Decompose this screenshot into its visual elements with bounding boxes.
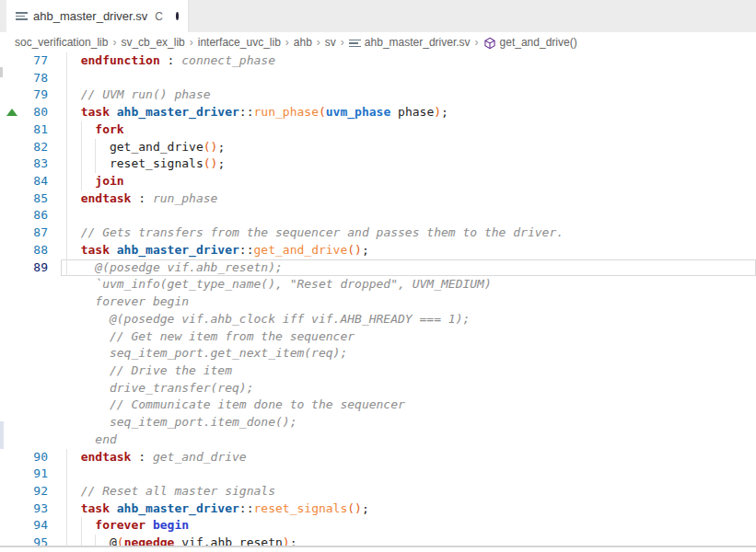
indent-guide [66, 224, 67, 242]
line-number: 87 [33, 225, 48, 239]
line-number-gutter: 78 [0, 70, 61, 87]
run-arrow-icon[interactable] [6, 109, 17, 116]
code-line[interactable]: 83 reset_signals(); [0, 155, 756, 173]
code-line[interactable]: drive_transfer(req); [0, 380, 756, 397]
breadcrumb-item[interactable]: interface_uvc_lib [198, 36, 281, 49]
code-text[interactable]: // Reset all master signals [61, 483, 756, 500]
line-number: 81 [33, 122, 48, 136]
code-line[interactable]: // Communicate item done to the sequence… [0, 397, 756, 414]
tab-ahb-master-driver[interactable]: ahb_master_driver.sv C [6, 0, 189, 32]
breadcrumb-item[interactable]: sv_cb_ex_lib [121, 36, 184, 49]
code-line[interactable]: 92 // Reset all master signals [0, 483, 756, 500]
line-number-gutter: 93 [0, 500, 61, 518]
tab-title: ahb_master_driver.sv [33, 9, 147, 23]
breadcrumb-item[interactable]: soc_verification_lib [15, 36, 108, 49]
code-text[interactable] [61, 466, 756, 483]
code-text[interactable]: seq_item_port.get_next_item(req); [61, 345, 756, 362]
gutter-decoration [0, 421, 4, 449]
line-number-gutter [0, 311, 61, 328]
code-line[interactable]: // Get new item from the sequencer [0, 328, 756, 346]
code-text[interactable]: seq_item_port.item_done(); [61, 414, 756, 431]
code-text[interactable]: task ahb_master_driver::get_and_drive(); [61, 242, 756, 259]
code-text[interactable] [61, 207, 756, 224]
line-number-gutter: 91 [0, 466, 61, 483]
indent-guide [66, 139, 67, 156]
code-text[interactable]: endtask : get_and_drive [61, 449, 756, 466]
indent-guide [66, 500, 67, 518]
line-number-gutter: 79 [0, 86, 61, 104]
code-text[interactable]: forever begin [61, 517, 756, 535]
code-text[interactable]: get_and_drive(); [61, 139, 756, 156]
code-text[interactable]: task ahb_master_driver::reset_signals(); [61, 500, 756, 518]
code-line[interactable]: 87 // Gets transfers from the sequencer … [0, 224, 756, 242]
code-line[interactable]: 78 [0, 70, 756, 87]
code-line[interactable]: 77 endfunction : connect_phase [0, 52, 756, 70]
line-number-gutter: 90 [0, 449, 61, 466]
code-line[interactable]: 88 task ahb_master_driver::get_and_drive… [0, 242, 756, 259]
file-type-icon [349, 40, 361, 48]
code-line[interactable]: 81 fork [0, 121, 756, 139]
line-number-gutter [0, 328, 61, 346]
line-number: 94 [33, 518, 48, 532]
line-number-gutter [0, 414, 61, 431]
code-line[interactable]: forever begin [0, 293, 756, 311]
code-line[interactable]: 90 endtask : get_and_drive [0, 449, 756, 466]
indent-guide [66, 190, 67, 208]
code-text[interactable]: task ahb_master_driver::run_phase(uvm_ph… [61, 104, 756, 121]
code-text[interactable]: // Gets transfers from the sequencer and… [61, 224, 756, 242]
code-text[interactable]: // UVM run() phase [61, 86, 756, 104]
code-line[interactable]: 86 [0, 207, 756, 224]
code-text[interactable]: reset_signals(); [61, 155, 756, 173]
breadcrumb-item-file[interactable]: ahb_master_driver.sv [365, 36, 471, 49]
code-text[interactable]: forever begin [61, 293, 756, 311]
line-number: 93 [33, 501, 48, 515]
breadcrumb-separator: › [285, 36, 289, 49]
code-text[interactable]: @(posedge vif.ahb_clock iff vif.AHB_HREA… [61, 311, 756, 328]
code-text[interactable]: endfunction : connect_phase [61, 52, 756, 70]
code-line[interactable]: @(posedge vif.ahb_clock iff vif.AHB_HREA… [0, 311, 756, 328]
indent-guide [66, 104, 67, 121]
indent-guide [81, 121, 82, 139]
indent-guide [66, 483, 67, 500]
code-line[interactable]: 80 task ahb_master_driver::run_phase(uvm… [0, 104, 756, 121]
code-text[interactable]: endtask : run_phase [61, 190, 756, 208]
code-line[interactable]: 82 get_and_drive(); [0, 139, 756, 156]
breadcrumb-item[interactable]: ahb [294, 36, 312, 49]
line-number-gutter [0, 276, 61, 293]
code-text[interactable]: join [61, 173, 756, 190]
code-line[interactable]: 89 @(posedge vif.ahb_resetn); [0, 259, 756, 277]
indent-guide [66, 517, 67, 535]
code-line[interactable]: `uvm_info(get_type_name(), "Reset droppe… [0, 276, 756, 293]
code-line[interactable]: 85 endtask : run_phase [0, 190, 756, 208]
code-text[interactable]: end [61, 431, 756, 449]
code-text[interactable] [61, 70, 756, 87]
code-text[interactable]: // Drive the item [61, 362, 756, 380]
code-line[interactable]: 91 [0, 466, 756, 483]
modified-dot-icon[interactable] [176, 12, 179, 20]
breadcrumb-item[interactable]: sv [325, 36, 336, 49]
code-line[interactable]: seq_item_port.item_done(); [0, 414, 756, 431]
gutter-decoration [0, 67, 3, 77]
code-text[interactable]: drive_transfer(req); [61, 380, 756, 397]
code-line[interactable]: 84 join [0, 173, 756, 190]
code-line[interactable]: 79 // UVM run() phase [0, 86, 756, 104]
code-line[interactable]: end [0, 431, 756, 449]
code-text[interactable]: fork [61, 121, 756, 139]
indent-guide [66, 449, 67, 466]
indent-guide [66, 173, 67, 190]
code-line[interactable]: 94 forever begin [0, 517, 756, 535]
code-text[interactable]: `uvm_info(get_type_name(), "Reset droppe… [61, 276, 756, 293]
line-number: 86 [33, 208, 48, 222]
code-text[interactable]: // Communicate item done to the sequence… [61, 397, 756, 414]
code-text[interactable]: @(posedge vif.ahb_resetn); [61, 259, 756, 277]
indent-guide [66, 121, 67, 139]
breadcrumb-item-symbol[interactable]: get_and_drive() [500, 36, 577, 49]
line-number-gutter: 85 [0, 190, 61, 208]
code-line[interactable]: // Drive the item [0, 362, 756, 380]
line-number: 88 [33, 243, 48, 257]
code-line[interactable]: 93 task ahb_master_driver::reset_signals… [0, 500, 756, 518]
code-text[interactable]: // Get new item from the sequencer [61, 328, 756, 346]
code-line[interactable]: seq_item_port.get_next_item(req); [0, 345, 756, 362]
code-area[interactable]: 77 endfunction : connect_phase7879 // UV… [0, 52, 756, 552]
indent-guide [66, 70, 67, 87]
